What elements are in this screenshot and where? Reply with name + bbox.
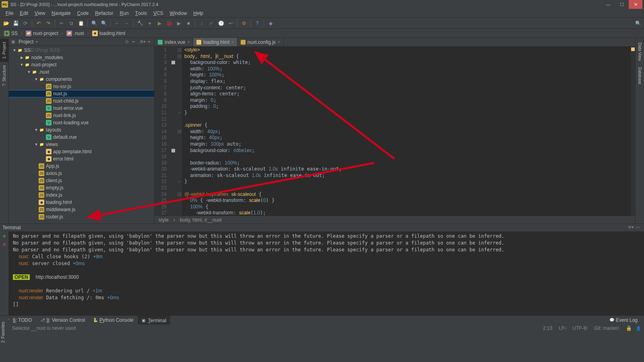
open-file-icon[interactable]: 📂 <box>2 19 10 28</box>
tree-item-views[interactable]: ▼📁views <box>9 141 154 148</box>
tree-arrow-icon[interactable]: ▼ <box>19 63 24 67</box>
tree-arrow-icon[interactable]: ▶ <box>19 56 24 60</box>
git-branch[interactable]: Git: master⁞ <box>591 325 623 331</box>
menu-navigate[interactable]: Navigate <box>48 9 74 18</box>
tree-item-axios-js[interactable]: JSaxios.js <box>9 170 154 177</box>
breadcrumb-item[interactable]: 📁.nuxt <box>65 31 86 36</box>
favorites-tool-tab[interactable]: 2: Favorites <box>0 319 6 345</box>
build-icon[interactable]: 🔨 <box>136 19 144 28</box>
editor-tab-index-vue[interactable]: index.vue× <box>155 38 193 46</box>
breadcrumb-item[interactable]: 📁nuxt-project <box>24 31 60 36</box>
error-stripe[interactable] <box>630 47 635 216</box>
warning-marker-icon[interactable] <box>631 47 635 51</box>
forward-icon[interactable]: → <box>122 19 131 28</box>
tree-item-components[interactable]: ▼📁components <box>9 76 154 83</box>
fold-indicators[interactable]: ⊟⊟⌐⊟⌐⊟ <box>177 47 182 216</box>
find-icon[interactable]: 🔍 <box>90 19 99 28</box>
cut-icon[interactable]: ✂ <box>57 19 66 28</box>
tree-item-nuxt-js[interactable]: JSnuxt.js <box>9 90 154 97</box>
tree-item-middleware-js[interactable]: JSmiddleware.js <box>9 206 154 213</box>
editor-tab-loading-html[interactable]: loading.html× <box>193 38 237 46</box>
hide-icon[interactable]: ⇥ <box>147 39 152 44</box>
vcs-commit-icon[interactable]: ✓ <box>207 19 216 28</box>
save-all-icon[interactable]: 💾 <box>11 19 20 28</box>
close-session-icon[interactable]: ✕ <box>2 242 6 247</box>
editor-tab-nuxt-config-js[interactable]: nuxt.config.js× <box>237 38 284 46</box>
minimize-button[interactable]: — <box>601 0 615 9</box>
menu-edit[interactable]: Edit <box>17 9 31 18</box>
project-tool-tab[interactable]: 1: Project <box>0 39 8 62</box>
terminal-settings-icon[interactable]: ⚙▾ <box>628 225 634 230</box>
tree-item-empty-js[interactable]: JSempty.js <box>9 184 154 191</box>
run-config-icon[interactable]: ▾ <box>145 19 154 28</box>
menu-tools[interactable]: Tools <box>132 9 150 18</box>
sync-icon[interactable]: ⟳ <box>21 19 30 28</box>
tree-arrow-icon[interactable]: ▼ <box>12 48 17 52</box>
coverage-icon[interactable]: ▶ <box>174 19 183 28</box>
tree-item-loading-html[interactable]: ◆loading.html <box>9 199 154 206</box>
back-icon[interactable]: ← <box>113 19 122 28</box>
menu-window[interactable]: Window <box>167 9 190 18</box>
tree-item-layouts[interactable]: ▼📁layouts <box>9 126 154 134</box>
collapse-all-icon[interactable]: ⇤ <box>132 39 137 44</box>
tree-item-App-js[interactable]: JSApp.js <box>9 162 154 170</box>
copy-icon[interactable]: ⧉ <box>67 19 76 28</box>
terminal-output[interactable]: No parser and no filepath given, using '… <box>9 231 644 315</box>
paste-icon[interactable]: 📋 <box>76 19 85 28</box>
tree-item-no-ssr-js[interactable]: JSno-ssr.js <box>9 83 154 90</box>
code-area[interactable]: <style> body, html, #__nuxt { background… <box>182 47 630 216</box>
scroll-from-source-icon[interactable]: ⊙ <box>125 39 130 44</box>
menu-run[interactable]: Run <box>117 9 132 18</box>
new-session-icon[interactable]: + <box>2 233 6 239</box>
help-icon[interactable]: ? <box>253 19 262 28</box>
breadcrumb-item[interactable]: body, html, #__nuxt <box>180 217 222 223</box>
run-icon[interactable]: ▶ <box>155 19 164 28</box>
vcs-history-icon[interactable]: 🕐 <box>217 19 225 28</box>
editor-body[interactable]: 1234567891011121314151617181920212223242… <box>155 47 635 216</box>
menu-vcs[interactable]: VCS <box>150 9 167 18</box>
replace-icon[interactable]: 🔍 <box>99 19 108 28</box>
tree-arrow-icon[interactable]: ▼ <box>34 77 39 81</box>
tool-tab-terminal[interactable]: ▣Terminal <box>138 316 170 325</box>
vcs-update-icon[interactable]: ↓ <box>197 19 206 28</box>
tree-item-nuxt-link-js[interactable]: JSnuxt-link.js <box>9 112 154 119</box>
settings-gear-icon[interactable]: ⚙▾ <box>140 39 144 44</box>
redo-icon[interactable]: ↷ <box>44 19 53 28</box>
menu-refactor[interactable]: Refactor <box>92 9 116 18</box>
close-button[interactable]: ✕ <box>629 0 642 9</box>
tree-item-index-js[interactable]: JSindex.js <box>9 191 154 199</box>
tree-arrow-icon[interactable]: ▼ <box>27 70 31 74</box>
close-tab-icon[interactable]: × <box>231 40 234 44</box>
menu-view[interactable]: View <box>31 9 48 18</box>
dataview-tool-tab[interactable]: Data View <box>636 39 644 64</box>
tree-item-nuxt-error-vue[interactable]: Vnuxt-error.vue <box>9 105 154 112</box>
breadcrumb-item[interactable]: style <box>159 217 169 223</box>
tree-item-app-template-html[interactable]: ◆app.template.html <box>9 148 154 155</box>
code-breadcrumb[interactable]: style › body, html, #__nuxt <box>155 216 635 224</box>
maximize-button[interactable]: ☐ <box>615 0 629 9</box>
structure-tool-tab[interactable]: 7: Structure <box>0 62 8 89</box>
database-tool-tab[interactable]: Database <box>636 64 644 88</box>
tree-item-node_modules[interactable]: ▶📁node_modules <box>9 54 154 61</box>
tree-item-default-vue[interactable]: Vdefault.vue <box>9 134 154 141</box>
breadcrumb-item[interactable]: ■SS <box>2 31 19 36</box>
tree-item-error-html[interactable]: ◆error.html <box>9 155 154 162</box>
breadcrumb-item[interactable]: ◆loading.html <box>91 31 127 36</box>
tree-item-nuxt-project[interactable]: ▼📁nuxt-project <box>9 61 154 68</box>
tree-item--nuxt[interactable]: ▼📁.nuxt <box>9 68 154 76</box>
vcs-revert-icon[interactable]: ↩ <box>226 19 235 28</box>
tree-item-nuxt-child-js[interactable]: JSnuxt-child.js <box>9 97 154 105</box>
tool-tab-python-console[interactable]: 🐍Python Console <box>89 316 138 325</box>
tree-arrow-icon[interactable]: ▼ <box>34 142 39 146</box>
project-tree[interactable]: ▼📁SS D:\Progi 3\SS▶📁node_modules▼📁nuxt-p… <box>9 46 154 224</box>
tree-item-SS[interactable]: ▼📁SS D:\Progi 3\SS <box>9 47 154 54</box>
file-encoding[interactable]: UTF-8⁞ <box>569 325 591 331</box>
cursor-position[interactable]: 2:13 <box>540 325 555 331</box>
search-everywhere-icon[interactable]: 🔍 <box>634 19 642 28</box>
tool-tab-9--version-control[interactable]: ⎇9: Version Control <box>36 316 89 325</box>
close-tab-icon[interactable]: × <box>187 40 190 44</box>
close-tab-icon[interactable]: × <box>278 40 280 44</box>
stop-icon[interactable]: ■ <box>184 19 193 28</box>
settings-icon[interactable]: ⚙ <box>239 19 248 28</box>
tree-arrow-icon[interactable]: ▼ <box>34 128 39 132</box>
